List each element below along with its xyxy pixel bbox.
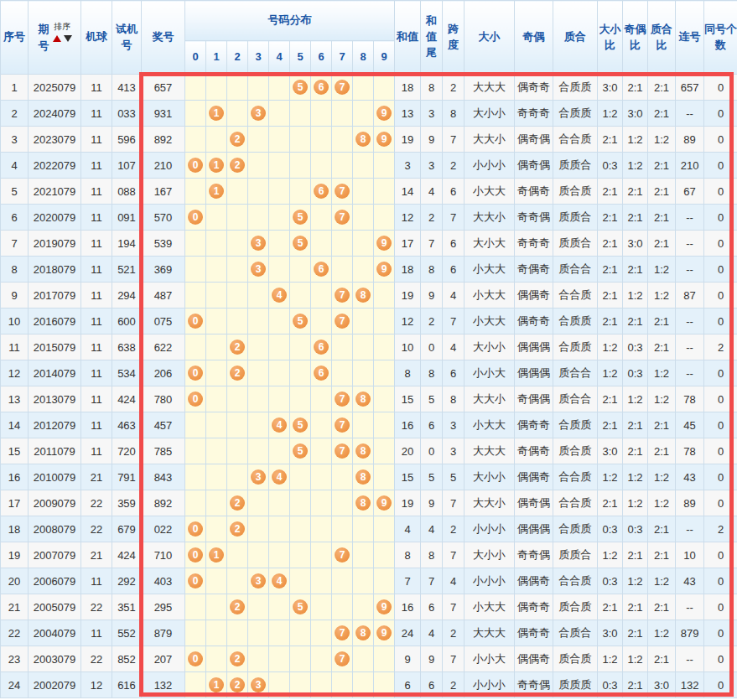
cell-prize-number: 539 bbox=[142, 231, 185, 257]
cell-digit-6: 6 bbox=[311, 334, 332, 360]
cell-machine-ball: 11 bbox=[81, 153, 112, 179]
sort-desc-arrow-icon[interactable] bbox=[64, 35, 72, 42]
cell-period: 2002079 bbox=[29, 672, 81, 698]
cell-span: 3 bbox=[443, 438, 465, 464]
cell-sum-tail: 6 bbox=[421, 594, 443, 620]
cell-size-ratio: 1:2 bbox=[598, 360, 623, 386]
cell-prime-ratio: 2:1 bbox=[648, 179, 676, 205]
cell-prime-ratio: 2:1 bbox=[648, 438, 676, 464]
cell-size-ratio: 1:2 bbox=[598, 464, 623, 490]
cell-digit-0: 0 bbox=[185, 153, 206, 179]
cell-digit-2 bbox=[227, 542, 248, 568]
cell-prize-number: 785 bbox=[142, 438, 185, 464]
header-seq: 序号 bbox=[1, 1, 29, 75]
header-same-count: 同号个数 bbox=[704, 1, 737, 75]
cell-digit-4 bbox=[269, 438, 290, 464]
cell-period: 2024079 bbox=[29, 101, 81, 127]
cell-test-number: 791 bbox=[112, 464, 142, 490]
cell-parity-pattern: 奇奇奇 bbox=[515, 231, 553, 257]
cell-digit-6: 6 bbox=[311, 179, 332, 205]
cell-sum: 20 bbox=[395, 438, 421, 464]
cell-digit-4: 4 bbox=[269, 283, 290, 309]
cell-prime-pattern: 质合质 bbox=[553, 646, 598, 672]
cell-digit-7 bbox=[332, 490, 353, 516]
cell-digit-3 bbox=[248, 334, 269, 360]
cell-digit-2: 2 bbox=[227, 646, 248, 672]
cell-size-ratio: 1:2 bbox=[598, 646, 623, 672]
cell-consecutive: 89 bbox=[676, 490, 704, 516]
cell-sum: 16 bbox=[395, 412, 421, 438]
cell-sum-tail: 4 bbox=[421, 516, 443, 542]
number-ball-icon: 8 bbox=[356, 132, 371, 147]
cell-consecutive: -- bbox=[676, 257, 704, 283]
cell-digit-3 bbox=[248, 179, 269, 205]
cell-size-pattern: 小大大 bbox=[465, 412, 515, 438]
cell-same-count: 0 bbox=[704, 464, 737, 490]
cell-digit-4 bbox=[269, 127, 290, 153]
sort-widget[interactable]: 排序 bbox=[53, 21, 72, 42]
cell-span: 7 bbox=[443, 646, 465, 672]
cell-digit-4 bbox=[269, 672, 290, 698]
cell-prime-ratio: 1:2 bbox=[648, 568, 676, 594]
cell-sum-tail: 9 bbox=[421, 283, 443, 309]
cell-digit-1: 1 bbox=[206, 672, 227, 698]
cell-same-count: 0 bbox=[704, 620, 737, 646]
cell-digit-7: 7 bbox=[332, 412, 353, 438]
cell-prime-pattern: 合合质 bbox=[553, 568, 598, 594]
cell-prime-ratio: 3:0 bbox=[648, 672, 676, 698]
cell-digit-0 bbox=[185, 464, 206, 490]
header-prize-number: 奖号 bbox=[142, 1, 185, 75]
cell-prize-number: 206 bbox=[142, 360, 185, 386]
cell-digit-7 bbox=[332, 257, 353, 283]
cell-size-pattern: 小大大 bbox=[465, 257, 515, 283]
number-ball-icon: 3 bbox=[251, 677, 266, 692]
cell-consecutive: -- bbox=[676, 334, 704, 360]
cell-digit-5 bbox=[290, 386, 311, 412]
cell-digit-4 bbox=[269, 594, 290, 620]
cell-prize-number: 167 bbox=[142, 179, 185, 205]
cell-test-number: 852 bbox=[112, 646, 142, 672]
cell-same-count: 0 bbox=[704, 568, 737, 594]
cell-digit-0 bbox=[185, 75, 206, 101]
cell-span: 6 bbox=[443, 360, 465, 386]
number-ball-icon: 9 bbox=[376, 262, 392, 277]
number-ball-icon: 4 bbox=[272, 288, 287, 303]
cell-digit-5: 5 bbox=[290, 309, 311, 334]
cell-digit-5 bbox=[290, 179, 311, 205]
cell-parity-ratio: 1:2 bbox=[623, 153, 648, 179]
cell-size-pattern: 小小小 bbox=[465, 672, 515, 698]
cell-sum-tail: 0 bbox=[421, 334, 443, 360]
header-prime-ratio: 质合比 bbox=[648, 1, 676, 75]
cell-test-number: 534 bbox=[112, 360, 142, 386]
cell-same-count: 2 bbox=[704, 334, 737, 360]
cell-digit-8: 8 bbox=[353, 620, 374, 646]
cell-parity-ratio: 2:1 bbox=[623, 594, 648, 620]
sort-asc-arrow-icon[interactable] bbox=[53, 35, 61, 42]
cell-digit-2 bbox=[227, 620, 248, 646]
cell-test-number: 596 bbox=[112, 127, 142, 153]
cell-digit-0 bbox=[185, 101, 206, 127]
cell-prime-pattern: 合质质 bbox=[553, 101, 598, 127]
cell-sum: 18 bbox=[395, 75, 421, 101]
number-ball-icon: 2 bbox=[230, 340, 245, 355]
cell-test-number: 679 bbox=[112, 516, 142, 542]
cell-digit-6 bbox=[311, 516, 332, 542]
cell-span: 7 bbox=[443, 542, 465, 568]
cell-consecutive: -- bbox=[676, 205, 704, 231]
cell-prize-number: 075 bbox=[142, 309, 185, 334]
cell-size-pattern: 大小小 bbox=[465, 542, 515, 568]
cell-parity-pattern: 奇奇奇 bbox=[515, 101, 553, 127]
cell-sum: 7 bbox=[395, 568, 421, 594]
cell-digit-3 bbox=[248, 490, 269, 516]
cell-digit-6: 6 bbox=[311, 75, 332, 101]
cell-sum: 15 bbox=[395, 386, 421, 412]
table-row: 22024079110339311391338大小小奇奇奇合质质1:23:02:… bbox=[1, 101, 737, 127]
cell-digit-6 bbox=[311, 127, 332, 153]
cell-sum: 8 bbox=[395, 542, 421, 568]
cell-span: 5 bbox=[443, 464, 465, 490]
number-ball-icon: 2 bbox=[230, 651, 245, 666]
cell-digit-2: 2 bbox=[227, 594, 248, 620]
cell-digit-0 bbox=[185, 231, 206, 257]
table-row: 24200207912616132123662小小小奇奇偶质质质0:32:13:… bbox=[1, 672, 737, 698]
cell-parity-ratio: 2:1 bbox=[623, 257, 648, 283]
